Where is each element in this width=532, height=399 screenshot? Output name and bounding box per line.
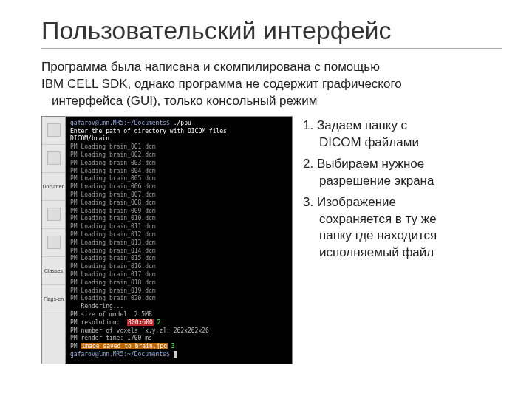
folder-icon (47, 123, 61, 137)
steps-list: 1. Задаем папку с DICOM файлами 2. Выбир… (303, 116, 502, 267)
terminal-output: gafarov@lmn.MR5:~/Documents$ ./ppuEnter … (66, 117, 292, 364)
subtitle-line3: интерфейса (GUI), только консольный режи… (41, 93, 502, 110)
subtitle: Программа была написана и скомпилирована… (41, 59, 502, 110)
subtitle-line2: IBM CELL SDK, однако программа не содерж… (41, 77, 402, 91)
page-title: Пользовательский интерфейс (41, 16, 502, 45)
terminal-sidebar: Documen Classes Flags-en (42, 117, 66, 364)
step-2: 2. Выбираем нужное разрешение экрана (303, 156, 502, 190)
sidebar-item: Flags-en (42, 285, 65, 313)
sidebar-item (42, 117, 65, 145)
folder-icon (47, 236, 61, 249)
title-underline (41, 48, 502, 49)
sidebar-item: Documen (42, 173, 65, 201)
content-row: Documen Classes Flags-en gafarov@lmn.MR5… (41, 116, 502, 364)
sidebar-item (42, 145, 65, 173)
terminal-window: Documen Classes Flags-en gafarov@lmn.MR5… (41, 116, 293, 364)
step-3: 3. Изображение сохраняется в ту же папку… (303, 194, 502, 262)
sidebar-item (42, 229, 65, 257)
step-1: 1. Задаем папку с DICOM файлами (303, 117, 502, 151)
folder-icon (47, 208, 61, 221)
folder-icon (47, 151, 61, 165)
subtitle-line1: Программа была написана и скомпилирована… (41, 60, 380, 74)
sidebar-item (42, 201, 65, 229)
sidebar-item: Classes (42, 257, 65, 285)
